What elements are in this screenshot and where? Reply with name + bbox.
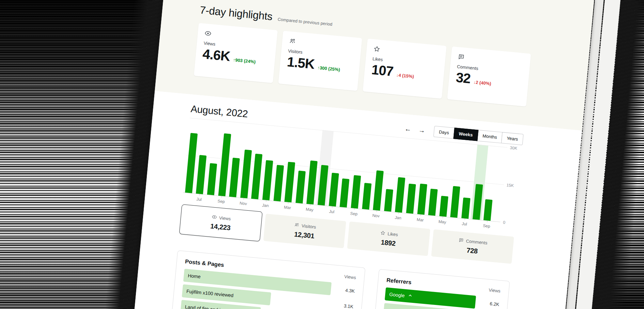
- chart-bar[interactable]: [251, 153, 263, 199]
- chart-bar[interactable]: [240, 150, 252, 198]
- period-title: August, 2022: [190, 103, 249, 119]
- highlight-card-change: ↑300 (25%): [317, 65, 341, 72]
- chart-bar[interactable]: [484, 199, 493, 221]
- metric-tab-label: Visitors: [301, 223, 316, 230]
- metric-tab-visitors[interactable]: Visitors12,301: [263, 214, 346, 248]
- referrers-title: Referrers: [386, 277, 412, 286]
- chart-bar[interactable]: [373, 170, 384, 211]
- x-axis-label: May: [438, 219, 446, 225]
- x-axis-label: Nov: [239, 201, 247, 206]
- x-axis-label: Jul: [329, 209, 335, 214]
- highlight-card-comments: Comments32↓2 (40%): [447, 46, 531, 107]
- interval-tab-months[interactable]: Months: [477, 130, 502, 144]
- chart-bar[interactable]: [428, 189, 438, 216]
- x-axis-label: Nov: [372, 213, 380, 218]
- interval-tab-days[interactable]: Days: [433, 126, 454, 139]
- x-axis-tick: [443, 216, 443, 218]
- chart-bar[interactable]: [362, 183, 372, 210]
- metric-tab-header: Visitors: [294, 222, 316, 230]
- metric-tab-value: 14,223: [210, 222, 231, 232]
- chart-bar[interactable]: [196, 155, 207, 194]
- list-item-views: 3.1K: [344, 303, 354, 309]
- chart-bar[interactable]: [185, 133, 198, 193]
- chart-bar[interactable]: [284, 162, 295, 202]
- x-axis-label: May: [305, 207, 314, 212]
- posts-pages-views-column: Views: [344, 274, 356, 280]
- highlight-card-value: 32: [455, 70, 471, 86]
- x-axis-label: Sep: [483, 223, 490, 229]
- x-axis-label: Mar: [284, 205, 291, 210]
- posts-pages-card: Posts & Pages Views Home4.3KFujifilm x10…: [169, 250, 365, 309]
- highlights-subtitle: Compared to previous period: [278, 17, 333, 27]
- highlight-card-views: Views4.6K↑903 (24%): [194, 23, 278, 83]
- scene: 7-day highlights Compared to previous pe…: [0, 0, 644, 309]
- y-axis-label-30K: 30K: [510, 145, 518, 151]
- comment-icon: [458, 53, 465, 61]
- metric-tab-comments[interactable]: Comments728: [431, 229, 514, 264]
- highlight-card-value: 4.6K: [202, 46, 231, 64]
- x-axis-tick: [288, 202, 288, 204]
- chart-bar[interactable]: [329, 173, 339, 207]
- x-axis-tick: [332, 206, 332, 208]
- interval-tab-years[interactable]: Years: [501, 132, 524, 145]
- metric-tab-label: Views: [219, 215, 231, 221]
- metric-tab-value: 1892: [380, 238, 396, 247]
- y-axis-label-15K: 15K: [506, 183, 514, 188]
- chart-bar[interactable]: [395, 177, 405, 213]
- metric-tab-likes[interactable]: Likes1892: [347, 222, 430, 256]
- x-axis-label: Sep: [350, 211, 358, 216]
- x-axis-label: Sep: [217, 199, 225, 204]
- star-icon: [373, 45, 381, 53]
- people-icon: [289, 37, 296, 45]
- prev-period-button[interactable]: ←: [404, 125, 411, 133]
- metric-tab-header: Views: [211, 214, 231, 222]
- eye-icon: [204, 30, 212, 37]
- chevron-up-icon[interactable]: [408, 293, 412, 299]
- chart-bar[interactable]: [406, 184, 416, 214]
- chart-bar[interactable]: [207, 163, 217, 195]
- x-axis-tick: [421, 214, 421, 216]
- metric-tab-value: 728: [466, 246, 478, 255]
- x-axis-tick: [244, 198, 244, 200]
- chart-bar[interactable]: [273, 165, 284, 201]
- star-icon: [380, 230, 386, 237]
- highlight-card-visitors: Visitors1.5K↑300 (25%): [278, 31, 362, 91]
- metric-tab-value: 12,301: [294, 230, 315, 240]
- chart-bar[interactable]: [296, 170, 306, 204]
- period-nav: ← →: [404, 125, 425, 134]
- metric-tab-header: Likes: [380, 230, 398, 238]
- metric-tab-label: Likes: [387, 231, 398, 237]
- comment-icon: [458, 237, 464, 244]
- highlight-card-value: 1.5K: [286, 54, 315, 72]
- chart-bar[interactable]: [450, 186, 460, 218]
- chart-bar[interactable]: [384, 189, 393, 212]
- list-item-views: 6.2K: [489, 301, 499, 307]
- x-axis-tick: [310, 204, 310, 206]
- chart-bar[interactable]: [340, 178, 350, 208]
- chart-bar[interactable]: [417, 183, 427, 215]
- metric-tab-views[interactable]: Views14,223: [179, 204, 263, 242]
- chart-bar[interactable]: [351, 175, 361, 209]
- interval-tab-weeks[interactable]: Weeks: [453, 128, 478, 141]
- x-axis-tick: [354, 208, 355, 210]
- chart-bar[interactable]: [229, 158, 240, 197]
- chart-bar[interactable]: [218, 133, 231, 196]
- metric-tab-label: Comments: [466, 239, 488, 246]
- x-axis-tick: [221, 196, 222, 198]
- x-axis-label: Jul: [461, 221, 467, 226]
- chart-bar[interactable]: [461, 198, 471, 219]
- metric-tab-header: Comments: [458, 237, 488, 246]
- next-period-button[interactable]: →: [418, 126, 425, 134]
- highlights-title: 7-day highlights: [199, 4, 273, 23]
- highlight-card-change: ↓2 (40%): [473, 80, 491, 86]
- highlight-card-change: ↑903 (24%): [233, 57, 256, 64]
- x-axis-tick: [465, 218, 465, 220]
- posts-pages-title: Posts & Pages: [185, 258, 224, 269]
- highlight-card-value: 107: [371, 62, 394, 79]
- x-axis-label: Jan: [395, 215, 402, 221]
- referrers-card: Referrers Views Google6.2K: [370, 269, 510, 309]
- chart-bar[interactable]: [439, 196, 448, 217]
- x-axis-tick: [266, 200, 266, 202]
- chart-bar[interactable]: [262, 160, 273, 200]
- list-item-views: 4.3K: [345, 288, 355, 294]
